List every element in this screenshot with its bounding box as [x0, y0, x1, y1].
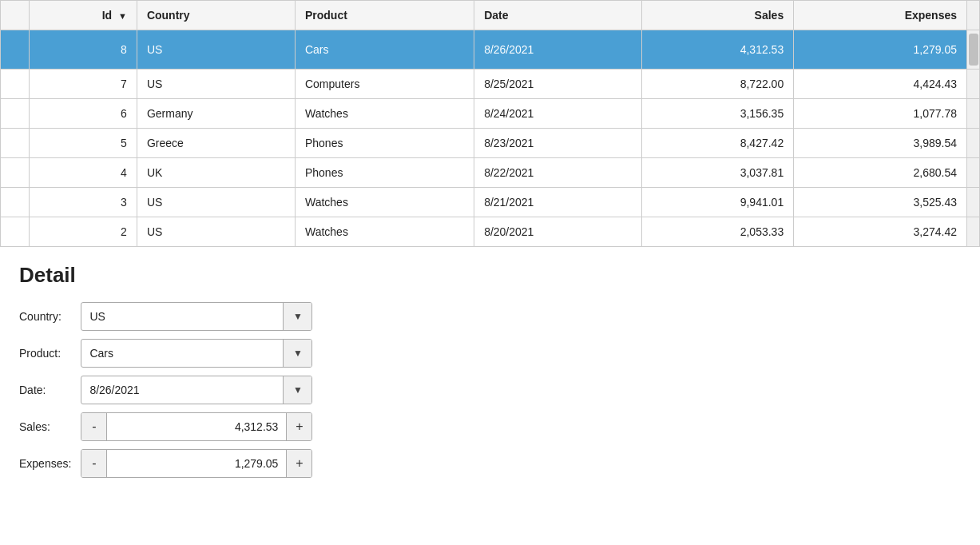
- row-sales: 2,053.33: [641, 217, 794, 247]
- row-sales: 4,312.53: [641, 30, 794, 70]
- country-select[interactable]: US ▼: [81, 302, 312, 331]
- product-select[interactable]: Cars ▼: [81, 339, 312, 368]
- row-date: 8/24/2021: [474, 99, 641, 129]
- col-country-label: Country: [147, 9, 190, 22]
- row-country: US: [137, 30, 295, 70]
- row-date: 8/26/2021: [474, 30, 641, 70]
- row-country: US: [137, 70, 295, 99]
- row-sales: 9,941.01: [641, 188, 794, 217]
- row-product: Cars: [295, 30, 474, 70]
- row-country: UK: [137, 158, 295, 188]
- row-date: 8/22/2021: [474, 158, 641, 188]
- scrollbar-spacer: [967, 188, 980, 217]
- scrollbar-spacer: [967, 158, 980, 188]
- detail-section: Detail Country: US ▼ Product: Cars ▼ Dat…: [0, 247, 980, 494]
- table-row[interactable]: 4UKPhones8/22/20213,037.812,680.54: [1, 158, 980, 188]
- scrollbar-spacer: [967, 99, 980, 129]
- table-wrapper: Id ▼ Country Product Date Sales: [0, 0, 980, 247]
- detail-form: Country: US ▼ Product: Cars ▼ Date: 8/26…: [19, 302, 387, 478]
- date-dropdown-arrow[interactable]: ▼: [283, 376, 311, 404]
- sort-icon: ▼: [118, 11, 127, 21]
- row-checkbox-cell: [1, 188, 30, 217]
- sales-value[interactable]: 4,312.53: [107, 415, 286, 439]
- row-sales: 8,722.00: [641, 70, 794, 99]
- table-header-row: Id ▼ Country Product Date Sales: [1, 1, 980, 30]
- detail-title: Detail: [19, 263, 961, 288]
- row-country: Greece: [137, 129, 295, 158]
- product-dropdown-arrow[interactable]: ▼: [283, 340, 311, 367]
- row-id: 8: [30, 30, 137, 70]
- expenses-value[interactable]: 1,279.05: [107, 452, 286, 475]
- row-product: Computers: [295, 70, 474, 99]
- col-header-date[interactable]: Date: [474, 1, 641, 30]
- sales-minus-button[interactable]: -: [81, 413, 107, 440]
- col-date-label: Date: [484, 9, 508, 22]
- row-expenses: 3,989.54: [794, 129, 967, 158]
- table-row[interactable]: 6GermanyWatches8/24/20213,156.351,077.78: [1, 99, 980, 129]
- col-sales-label: Sales: [755, 9, 784, 22]
- row-checkbox-cell: [1, 129, 30, 158]
- row-country: Germany: [137, 99, 295, 129]
- sales-number-field: - 4,312.53 +: [81, 412, 312, 441]
- col-product-label: Product: [305, 9, 347, 22]
- row-id: 2: [30, 217, 137, 247]
- page-container: Id ▼ Country Product Date Sales: [0, 0, 980, 545]
- row-checkbox-cell: [1, 70, 30, 99]
- row-country: US: [137, 217, 295, 247]
- row-product: Phones: [295, 129, 474, 158]
- row-date: 8/25/2021: [474, 70, 641, 99]
- row-sales: 3,037.81: [641, 158, 794, 188]
- product-label: Product:: [19, 347, 71, 360]
- row-id: 3: [30, 188, 137, 217]
- row-checkbox-cell: [1, 99, 30, 129]
- row-product: Watches: [295, 217, 474, 247]
- expenses-plus-button[interactable]: +: [286, 450, 311, 477]
- date-select[interactable]: 8/26/2021 ▼: [81, 376, 312, 404]
- row-id: 6: [30, 99, 137, 129]
- row-expenses: 3,525.43: [794, 188, 967, 217]
- row-date: 8/23/2021: [474, 129, 641, 158]
- expenses-number-field: - 1,279.05 +: [81, 449, 312, 478]
- product-value: Cars: [81, 341, 283, 365]
- row-expenses: 4,424.43: [794, 70, 967, 99]
- data-table: Id ▼ Country Product Date Sales: [0, 0, 980, 247]
- row-date: 8/20/2021: [474, 217, 641, 247]
- row-product: Watches: [295, 99, 474, 129]
- row-checkbox-cell: [1, 217, 30, 247]
- scrollbar-header: [967, 1, 980, 30]
- country-dropdown-arrow[interactable]: ▼: [283, 303, 311, 330]
- row-date: 8/21/2021: [474, 188, 641, 217]
- country-label: Country:: [19, 310, 71, 323]
- table-row[interactable]: 2USWatches8/20/20212,053.333,274.42: [1, 217, 980, 247]
- sales-plus-button[interactable]: +: [286, 413, 311, 440]
- country-value: US: [81, 304, 283, 328]
- row-expenses: 1,279.05: [794, 30, 967, 70]
- col-header-country[interactable]: Country: [137, 1, 295, 30]
- table-row[interactable]: 3USWatches8/21/20219,941.013,525.43: [1, 188, 980, 217]
- row-id: 7: [30, 70, 137, 99]
- checkbox-header: [1, 1, 30, 30]
- scrollbar-spacer: [967, 70, 980, 99]
- table-row[interactable]: 7USComputers8/25/20218,722.004,424.43: [1, 70, 980, 99]
- row-sales: 3,156.35: [641, 99, 794, 129]
- col-header-id[interactable]: Id ▼: [30, 1, 137, 30]
- row-sales: 8,427.42: [641, 129, 794, 158]
- row-id: 4: [30, 158, 137, 188]
- table-body: 8USCars8/26/20214,312.531,279.057USCompu…: [1, 30, 980, 247]
- col-header-sales[interactable]: Sales: [641, 1, 794, 30]
- row-checkbox-cell: [1, 30, 30, 70]
- expenses-label: Expenses:: [19, 457, 71, 470]
- scrollbar-spacer: [967, 30, 980, 70]
- row-product: Phones: [295, 158, 474, 188]
- scrollbar-spacer: [967, 217, 980, 247]
- row-expenses: 2,680.54: [794, 158, 967, 188]
- table-row[interactable]: 5GreecePhones8/23/20218,427.423,989.54: [1, 129, 980, 158]
- col-header-product[interactable]: Product: [295, 1, 474, 30]
- expenses-minus-button[interactable]: -: [81, 450, 107, 477]
- col-header-expenses[interactable]: Expenses: [794, 1, 967, 30]
- table-row[interactable]: 8USCars8/26/20214,312.531,279.05: [1, 30, 980, 70]
- sales-label: Sales:: [19, 420, 71, 433]
- row-expenses: 3,274.42: [794, 217, 967, 247]
- date-label: Date:: [19, 384, 71, 396]
- row-id: 5: [30, 129, 137, 158]
